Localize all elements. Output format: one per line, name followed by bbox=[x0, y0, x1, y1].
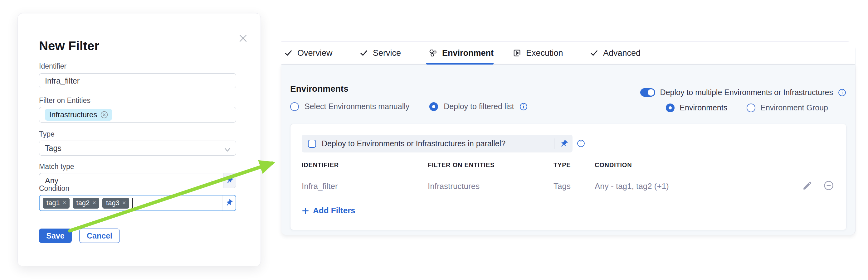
match-type-label: Match type bbox=[39, 163, 74, 171]
select-environments-manually-label: Select Environments manually bbox=[305, 102, 409, 111]
info-icon[interactable] bbox=[838, 89, 846, 97]
tab-execution[interactable]: Execution bbox=[513, 42, 563, 64]
tab-label: Environment bbox=[442, 48, 494, 58]
pin-icon bbox=[225, 199, 233, 207]
type-label: Type bbox=[39, 130, 55, 138]
pin-icon bbox=[225, 176, 234, 184]
text-cursor bbox=[132, 198, 133, 208]
remove-tag-icon[interactable]: × bbox=[122, 199, 126, 206]
column-header-type: TYPE bbox=[554, 162, 571, 169]
multi-deploy-toggle-row: Deploy to multiple Environments or Infra… bbox=[640, 88, 846, 97]
tab-service[interactable]: Service bbox=[360, 42, 401, 64]
identifier-label: Identifier bbox=[39, 62, 66, 70]
condition-tags-area[interactable]: tag1 × tag2 × tag3 × bbox=[40, 196, 222, 210]
parallel-deploy-bar: Deploy to Environments or Infrastructure… bbox=[302, 135, 572, 152]
chevron-down-icon bbox=[224, 145, 231, 150]
remove-tag-icon[interactable]: × bbox=[63, 199, 66, 206]
deploy-to-filtered-list-label: Deploy to filtered list bbox=[444, 102, 514, 111]
match-type-value: Any bbox=[45, 176, 58, 185]
condition-tag-chip: tag2 × bbox=[73, 198, 99, 209]
remove-chip-icon[interactable] bbox=[100, 111, 108, 119]
tag-label: tag1 bbox=[46, 199, 60, 207]
edit-filter-pencil-icon[interactable] bbox=[802, 180, 813, 191]
environments-radio-label: Environments bbox=[680, 103, 727, 112]
filters-card: Deploy to Environments or Infrastructure… bbox=[290, 124, 846, 230]
condition-tag-chip: tag1 × bbox=[43, 198, 69, 209]
entities-label: Filter on Entities bbox=[39, 96, 91, 105]
tab-label: Overview bbox=[297, 48, 333, 58]
tag-label: tag2 bbox=[76, 199, 90, 207]
divider bbox=[554, 138, 555, 149]
plus-icon bbox=[302, 207, 309, 214]
add-filters-button[interactable]: Add Filters bbox=[302, 206, 355, 215]
check-icon bbox=[590, 49, 598, 57]
pin-toggle-button[interactable] bbox=[223, 173, 236, 188]
entities-chip: Infrastructures bbox=[45, 109, 112, 121]
execution-play-icon bbox=[513, 49, 521, 57]
column-header-entities: FILTER ON ENTITIES bbox=[428, 162, 495, 169]
type-value: Tags bbox=[45, 144, 61, 153]
environment-group-radio-label: Environment Group bbox=[761, 103, 828, 112]
tab-label: Advanced bbox=[603, 48, 641, 58]
modal-title: New Filter bbox=[39, 39, 99, 53]
tab-advanced[interactable]: Advanced bbox=[590, 42, 641, 64]
entities-input[interactable]: Infrastructures bbox=[39, 107, 236, 123]
parallel-deploy-checkbox[interactable] bbox=[308, 140, 316, 148]
condition-input[interactable]: tag1 × tag2 × tag3 × bbox=[39, 195, 236, 211]
info-icon[interactable] bbox=[577, 139, 585, 147]
check-icon bbox=[360, 49, 368, 57]
row-type: Tags bbox=[554, 181, 571, 191]
remove-tag-icon[interactable]: × bbox=[92, 199, 96, 206]
column-header-condition: CONDITION bbox=[595, 162, 632, 169]
row-identifier: Infra_filter bbox=[302, 181, 338, 191]
environments-radio[interactable] bbox=[666, 104, 675, 112]
cancel-button[interactable]: Cancel bbox=[79, 229, 120, 243]
environment-hexagons-icon bbox=[429, 49, 437, 57]
parallel-deploy-label: Deploy to Environments or Infrastructure… bbox=[322, 139, 554, 148]
deploy-multiple-label: Deploy to multiple Environments or Infra… bbox=[660, 88, 833, 97]
chevron-down-icon bbox=[211, 178, 217, 183]
environment-type-radios: Environments Environment Group bbox=[666, 103, 828, 112]
check-icon bbox=[284, 49, 293, 57]
identifier-input[interactable]: Infra_filter bbox=[39, 73, 236, 88]
tag-label: tag3 bbox=[106, 199, 120, 207]
close-icon[interactable] bbox=[238, 33, 249, 44]
environments-heading: Environments bbox=[290, 84, 348, 94]
new-filter-modal: New Filter Identifier Infra_filter Filte… bbox=[18, 13, 261, 266]
pin-toggle-button[interactable] bbox=[222, 196, 236, 210]
add-filters-label: Add Filters bbox=[313, 206, 355, 215]
entities-chip-label: Infrastructures bbox=[49, 110, 97, 119]
type-select[interactable]: Tags bbox=[39, 141, 236, 155]
identifier-value: Infra_filter bbox=[45, 76, 80, 85]
tab-label: Service bbox=[373, 48, 401, 58]
condition-tag-chip: tag3 × bbox=[102, 198, 129, 209]
column-header-identifier: IDENTIFIER bbox=[302, 162, 339, 169]
pin-icon[interactable] bbox=[559, 139, 568, 148]
row-entities: Infrastructures bbox=[428, 181, 479, 191]
pipeline-stage-container: Overview Service Environment bbox=[281, 41, 856, 235]
environment-group-radio[interactable] bbox=[747, 104, 755, 112]
condition-label: Condition bbox=[39, 184, 69, 193]
tab-label: Execution bbox=[526, 48, 563, 58]
environment-selection-radios: Select Environments manually Deploy to f… bbox=[290, 102, 528, 111]
environment-tab-panel: Environments Select Environments manuall… bbox=[281, 65, 855, 235]
save-button[interactable]: Save bbox=[39, 229, 72, 243]
deploy-to-filtered-list-radio[interactable] bbox=[429, 102, 438, 111]
tab-overview[interactable]: Overview bbox=[284, 42, 333, 64]
row-condition: Any - tag1, tag2 (+1) bbox=[595, 181, 669, 191]
select-environments-manually-radio[interactable] bbox=[290, 102, 299, 111]
remove-filter-minus-icon[interactable] bbox=[824, 180, 834, 191]
stage-tabbar: Overview Service Environment bbox=[281, 42, 855, 65]
deploy-multiple-toggle[interactable] bbox=[640, 88, 655, 97]
tab-environment[interactable]: Environment bbox=[429, 42, 494, 64]
info-icon[interactable] bbox=[520, 103, 528, 111]
